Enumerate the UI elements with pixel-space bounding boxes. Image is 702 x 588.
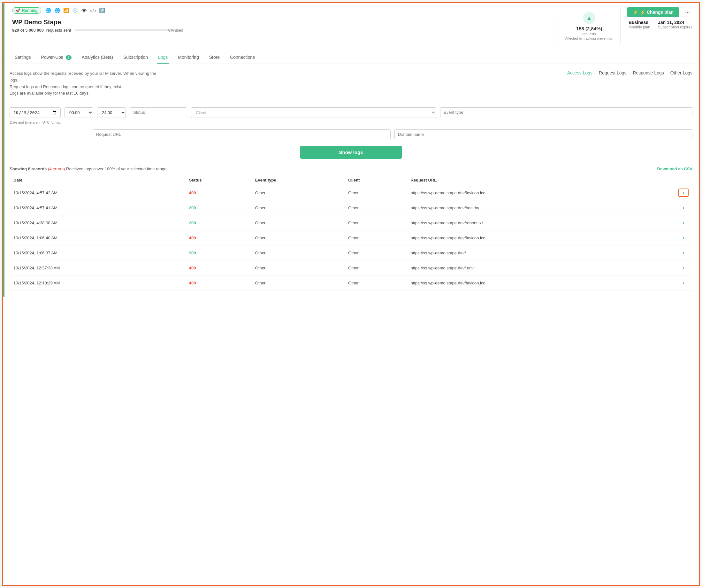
cell-date: 10/15/2024, 1:06:37 AM [10,246,185,261]
cell-event-type: Other [251,276,344,290]
cell-action[interactable]: › [675,246,692,261]
cell-action[interactable]: › [675,261,692,276]
client-filter[interactable]: Client [191,107,436,118]
tab-connections[interactable]: Connections [229,52,256,64]
cell-status: 400 [185,261,251,276]
table-row: 10/15/2024, 4:57:42 AM 400 Other Other h… [10,185,692,200]
row-detail-button[interactable]: › [678,249,689,257]
download-icon: ↓ [654,167,656,171]
cell-event-type: Other [251,261,344,276]
arrow-icon: ↗️ [99,7,106,14]
progress-bar [75,29,177,31]
row-detail-button[interactable]: › [678,189,689,197]
cell-url: https://ss.wp-demo.stape.dev/robots.txt [407,215,675,230]
tab-monitoring[interactable]: Monitoring [177,52,200,64]
code-icon: </> [90,7,97,14]
tab-settings[interactable]: Settings [13,52,32,64]
cell-status: 200 [185,246,251,261]
cell-action[interactable]: › [675,215,692,230]
table-row: 10/15/2024, 4:57:41 AM 200 Other Other h… [10,200,692,215]
cell-date: 10/15/2024, 4:57:42 AM [10,185,185,200]
cell-client: Other [344,230,406,246]
filters-row-2 [10,129,692,139]
filters-row-1: Date and time are in UTC format 00:00 01… [10,107,692,124]
cell-client: Other [344,215,406,230]
cell-action[interactable]: › [675,185,692,200]
row-detail-button[interactable]: › [678,219,689,227]
status-filter[interactable] [130,107,187,117]
cell-action[interactable]: › [675,200,692,215]
tracking-prevention-box: ▲ 158 (2,84%) requests Affected by track… [558,7,620,45]
log-type-tabs: Access Logs Request Logs Response Logs O… [567,70,692,77]
cell-status: 400 [185,185,251,200]
cell-client: Other [344,200,406,215]
lightning-icon: ⚡ [633,10,638,15]
network-icon: 🌐 [54,7,61,14]
cell-event-type: Other [251,215,344,230]
col-client: Client [344,175,406,185]
user-icon: ❄️ [72,7,79,14]
tab-analytics[interactable]: Analytics (Beta) [81,52,114,64]
status-badge: 🚀 Running [12,7,41,14]
header-right: ⚡ ⚡ Change plan ··· Business Monthly pla… [627,7,692,29]
tab-request-logs[interactable]: Request Logs [599,70,626,77]
row-detail-button[interactable]: › [678,204,689,212]
row-detail-button[interactable]: › [678,233,689,242]
shield-icon: 👁️ [81,7,88,14]
show-logs-button[interactable]: Show logs [300,146,402,159]
arrow-up-icon: ▲ [583,12,595,24]
date-input[interactable] [10,107,61,118]
tab-subscription[interactable]: Subscription [122,52,149,64]
event-type-filter[interactable] [440,107,692,117]
cell-url: https://ss.wp-demo.stape.dev/healthy [407,200,675,215]
cell-date: 10/15/2024, 12:37:38 AM [10,261,185,276]
cell-url: https://ss.wp-demo.stape.dev/ [407,246,675,261]
log-table: Date Status Event type Client Request UR… [10,175,692,290]
site-icons: 🌐 🌐 📶 ❄️ 👁️ </> ↗️ [45,7,106,14]
cell-url: https://ss.wp-demo.stape.dev/favicon.ico [407,185,675,200]
row-detail-button[interactable]: › [678,279,689,287]
time-from-select[interactable]: 00:00 01:00 02:00 [65,107,93,118]
change-plan-button[interactable]: ⚡ ⚡ Change plan [627,7,679,17]
cell-date: 10/15/2024, 12:10:29 AM [10,276,185,290]
cell-client: Other [344,276,406,290]
table-row: 10/15/2024, 1:06:37 AM 200 Other Other h… [10,246,692,261]
time-to-select[interactable]: 24:00 23:00 22:00 [97,107,126,118]
table-row: 10/15/2024, 12:10:29 AM 400 Other Other … [10,276,692,290]
cell-action[interactable]: › [675,230,692,246]
download-csv-link[interactable]: ↓ Download as CSV [654,167,692,171]
cell-status: 200 [185,215,251,230]
domain-name-filter[interactable] [394,129,692,139]
request-url-filter[interactable] [93,129,390,139]
cell-client: Other [344,185,406,200]
log-description: Access logs show the requests received b… [10,70,163,97]
tab-powerups[interactable]: Power-Ups 7 [40,52,73,64]
row-detail-button[interactable]: › [678,264,689,272]
col-actions [675,175,692,185]
site-title: WP Demo Stape [12,18,551,26]
plan-name: Business Monthly plan [628,20,650,29]
col-status: Status [185,175,251,185]
plan-expiry: Jan 11, 2024 Subscription expires [658,20,692,29]
cell-action[interactable]: › [675,276,692,290]
bars-icon: 📶 [63,7,70,14]
cell-status: 400 [185,230,251,246]
tab-access-logs[interactable]: Access Logs [567,70,592,77]
cell-client: Other [344,261,406,276]
more-options-button[interactable]: ··· [683,8,692,17]
cell-url: https://ss.wp-demo.stape.dev/favicon.ico [407,230,675,246]
tab-response-logs[interactable]: Response Logs [633,70,664,77]
progress-label: 0% used [168,28,183,32]
rocket-icon: 🚀 [16,8,20,13]
plan-info: Business Monthly plan Jan 11, 2024 Subsc… [628,20,692,29]
tab-logs[interactable]: Logs [157,52,169,64]
records-info-left: Showing 8 records (4 errors) Received lo… [10,167,166,171]
cell-event-type: Other [251,230,344,246]
tab-store[interactable]: Store [208,52,221,64]
tab-other-logs[interactable]: Other Logs [670,70,692,77]
logs-content: Access logs show the requests received b… [3,64,699,297]
table-row: 10/15/2024, 1:06:40 AM 400 Other Other h… [10,230,692,246]
cell-url: https://ss.wp-demo.stape.dev/favicon.ico [407,276,675,290]
globe-icon: 🌐 [45,7,52,14]
table-row: 10/15/2024, 4:38:08 AM 200 Other Other h… [10,215,692,230]
